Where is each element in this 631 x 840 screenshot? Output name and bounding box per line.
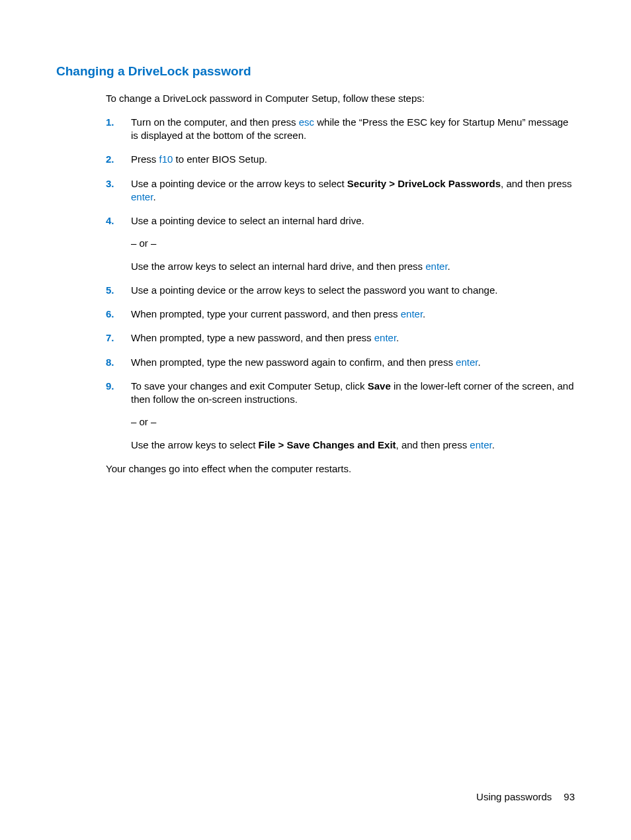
step-text: . xyxy=(492,439,495,450)
step-number: 7. xyxy=(106,331,114,345)
step-8: 8. When prompted, type the new password … xyxy=(106,356,575,369)
step-1: 1. Turn on the computer, and then press … xyxy=(106,116,575,143)
step-7: 7. When prompted, type a new password, a… xyxy=(106,331,575,345)
step-3: 3. Use a pointing device or the arrow ke… xyxy=(106,177,575,204)
step-number: 2. xyxy=(106,153,114,166)
menu-path: Security > DriveLock Passwords xyxy=(347,178,501,189)
step-number: 8. xyxy=(106,356,114,369)
step-text: Turn on the computer, and then press xyxy=(131,116,299,128)
step-4: 4. Use a pointing device to select an in… xyxy=(106,214,575,273)
step-2: 2. Press f10 to enter BIOS Setup. xyxy=(106,153,575,166)
or-separator: – or – xyxy=(131,237,575,250)
key-enter: enter xyxy=(425,261,447,272)
intro-text: To change a DriveLock password in Comput… xyxy=(106,92,575,105)
key-enter: enter xyxy=(374,332,396,343)
step-text: . xyxy=(153,191,155,202)
step-text: . xyxy=(396,332,399,343)
step-text: Use the arrow keys to select xyxy=(131,439,259,450)
step-number: 6. xyxy=(106,308,114,321)
step-number: 4. xyxy=(106,214,114,228)
step-text: . xyxy=(478,357,480,368)
page-footer: Using passwords93 xyxy=(476,790,575,804)
key-enter: enter xyxy=(401,308,423,319)
closing-text: Your changes go into effect when the com… xyxy=(106,462,575,476)
step-text: When prompted, type your current passwor… xyxy=(131,308,401,319)
step-text: . xyxy=(423,308,425,319)
step-text: When prompted, type the new password aga… xyxy=(131,357,456,368)
steps-list: 1. Turn on the computer, and then press … xyxy=(106,116,575,452)
footer-page-number: 93 xyxy=(564,791,575,802)
step-number: 3. xyxy=(106,177,114,190)
step-text: Use the arrow keys to select an internal… xyxy=(131,261,425,272)
step-text: Press xyxy=(131,153,159,165)
step-alt-text: Use the arrow keys to select an internal… xyxy=(131,260,575,273)
step-text: , and then press xyxy=(396,439,470,450)
key-enter: enter xyxy=(131,191,153,202)
step-text: to enter BIOS Setup. xyxy=(173,153,267,165)
step-text: Use a pointing device or the arrow keys … xyxy=(131,178,347,189)
step-text: , and then press xyxy=(501,178,572,189)
footer-section: Using passwords xyxy=(476,791,552,802)
step-5: 5. Use a pointing device or the arrow ke… xyxy=(106,284,575,297)
key-enter: enter xyxy=(456,357,478,368)
step-text: . xyxy=(448,261,450,272)
or-separator: – or – xyxy=(131,415,575,429)
step-text: Use a pointing device to select an inter… xyxy=(131,215,364,226)
step-6: 6. When prompted, type your current pass… xyxy=(106,308,575,321)
menu-path: File > Save Changes and Exit xyxy=(259,439,396,450)
key-enter: enter xyxy=(470,439,491,450)
step-9: 9. To save your changes and exit Compute… xyxy=(106,380,575,452)
step-number: 5. xyxy=(106,284,114,297)
step-number: 1. xyxy=(106,116,114,129)
step-number: 9. xyxy=(106,380,114,393)
button-label-save: Save xyxy=(368,380,391,392)
section-heading: Changing a DriveLock password xyxy=(56,63,575,80)
key-f10: f10 xyxy=(159,153,173,165)
step-text: To save your changes and exit Computer S… xyxy=(131,380,368,392)
step-text: Use a pointing device or the arrow keys … xyxy=(131,284,497,296)
step-text: When prompted, type a new password, and … xyxy=(131,332,374,343)
key-esc: esc xyxy=(299,116,314,128)
step-alt-text: Use the arrow keys to select File > Save… xyxy=(131,439,575,452)
